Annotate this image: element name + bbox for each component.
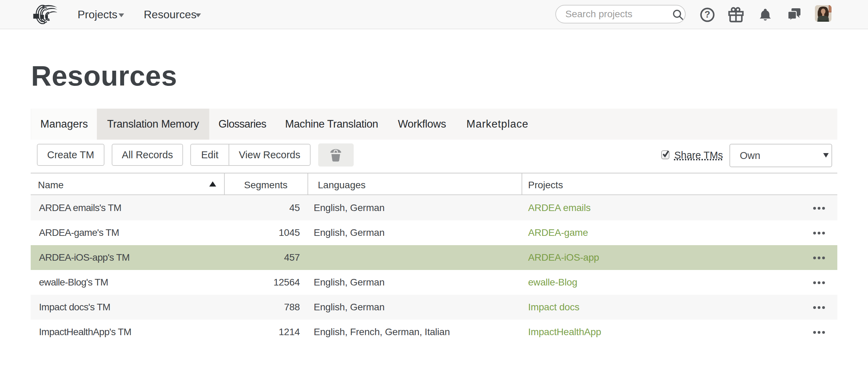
svg-text:?: ? [705, 9, 710, 20]
